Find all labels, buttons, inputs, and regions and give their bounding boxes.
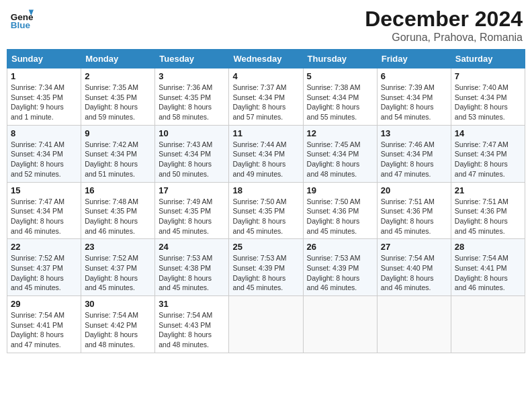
calendar-cell: 16Sunrise: 7:48 AMSunset: 4:35 PMDayligh…	[81, 182, 155, 239]
day-number: 20	[381, 185, 447, 195]
day-number: 1	[11, 71, 77, 81]
day-number: 3	[159, 71, 225, 81]
day-number: 18	[232, 185, 299, 195]
weekday-header-saturday: Saturday	[451, 50, 525, 68]
calendar-cell: 9Sunrise: 7:42 AMSunset: 4:34 PMDaylight…	[81, 125, 155, 182]
day-number: 24	[159, 242, 225, 252]
calendar-cell: 28Sunrise: 7:54 AMSunset: 4:41 PMDayligh…	[451, 239, 525, 296]
day-info: Sunrise: 7:53 AMSunset: 4:39 PMDaylight:…	[307, 253, 373, 293]
calendar-cell: 7Sunrise: 7:40 AMSunset: 4:34 PMDaylight…	[451, 68, 525, 126]
day-number: 14	[455, 128, 521, 138]
day-number: 26	[307, 242, 373, 252]
day-info: Sunrise: 7:45 AMSunset: 4:34 PMDaylight:…	[307, 140, 373, 179]
day-number: 27	[381, 242, 447, 252]
day-number: 2	[85, 71, 151, 81]
day-number: 4	[232, 71, 299, 81]
month-title: December 2024	[365, 7, 523, 32]
day-number: 12	[307, 128, 373, 138]
day-number: 7	[455, 71, 521, 81]
calendar-cell: 18Sunrise: 7:50 AMSunset: 4:35 PMDayligh…	[229, 182, 303, 239]
calendar-cell: 14Sunrise: 7:47 AMSunset: 4:34 PMDayligh…	[451, 125, 525, 182]
day-info: Sunrise: 7:51 AMSunset: 4:36 PMDaylight:…	[455, 197, 521, 236]
calendar-cell: 21Sunrise: 7:51 AMSunset: 4:36 PMDayligh…	[451, 182, 525, 239]
day-number: 9	[85, 128, 151, 138]
weekday-header-sunday: Sunday	[7, 50, 81, 68]
calendar-cell: 24Sunrise: 7:53 AMSunset: 4:38 PMDayligh…	[155, 239, 229, 296]
day-info: Sunrise: 7:36 AMSunset: 4:35 PMDaylight:…	[159, 83, 225, 122]
day-number: 11	[232, 128, 299, 138]
day-number: 8	[11, 128, 77, 138]
day-info: Sunrise: 7:54 AMSunset: 4:41 PMDaylight:…	[11, 310, 77, 350]
calendar-cell: 3Sunrise: 7:36 AMSunset: 4:35 PMDaylight…	[155, 68, 229, 126]
weekday-header-friday: Friday	[377, 50, 451, 68]
day-number: 6	[381, 71, 447, 81]
calendar-week-row: 22Sunrise: 7:52 AMSunset: 4:37 PMDayligh…	[7, 239, 525, 296]
calendar-cell: 20Sunrise: 7:51 AMSunset: 4:36 PMDayligh…	[377, 182, 451, 239]
day-number: 19	[307, 185, 373, 195]
header: General Blue December 2024 Goruna, Praho…	[7, 7, 525, 44]
day-info: Sunrise: 7:39 AMSunset: 4:34 PMDaylight:…	[381, 83, 447, 122]
calendar-cell: 2Sunrise: 7:35 AMSunset: 4:35 PMDaylight…	[81, 68, 155, 126]
calendar-table: SundayMondayTuesdayWednesdayThursdayFrid…	[7, 49, 525, 353]
day-info: Sunrise: 7:46 AMSunset: 4:34 PMDaylight:…	[381, 140, 447, 179]
weekday-header-wednesday: Wednesday	[229, 50, 303, 68]
calendar-cell: 13Sunrise: 7:46 AMSunset: 4:34 PMDayligh…	[377, 125, 451, 182]
day-info: Sunrise: 7:34 AMSunset: 4:35 PMDaylight:…	[11, 83, 77, 122]
calendar-cell: 26Sunrise: 7:53 AMSunset: 4:39 PMDayligh…	[303, 239, 377, 296]
calendar-cell: 17Sunrise: 7:49 AMSunset: 4:35 PMDayligh…	[155, 182, 229, 239]
calendar-cell: 30Sunrise: 7:54 AMSunset: 4:42 PMDayligh…	[81, 296, 155, 353]
calendar-cell	[377, 296, 451, 353]
day-info: Sunrise: 7:47 AMSunset: 4:34 PMDaylight:…	[11, 197, 77, 236]
day-info: Sunrise: 7:51 AMSunset: 4:36 PMDaylight:…	[381, 197, 447, 236]
day-info: Sunrise: 7:35 AMSunset: 4:35 PMDaylight:…	[85, 83, 151, 122]
calendar-cell: 31Sunrise: 7:54 AMSunset: 4:43 PMDayligh…	[155, 296, 229, 353]
day-info: Sunrise: 7:47 AMSunset: 4:34 PMDaylight:…	[455, 140, 521, 179]
day-info: Sunrise: 7:52 AMSunset: 4:37 PMDaylight:…	[85, 253, 151, 293]
day-info: Sunrise: 7:42 AMSunset: 4:34 PMDaylight:…	[85, 140, 151, 179]
day-number: 29	[11, 299, 77, 309]
calendar-cell: 11Sunrise: 7:44 AMSunset: 4:34 PMDayligh…	[229, 125, 303, 182]
calendar-cell: 27Sunrise: 7:54 AMSunset: 4:40 PMDayligh…	[377, 239, 451, 296]
day-info: Sunrise: 7:54 AMSunset: 4:41 PMDaylight:…	[455, 253, 521, 293]
calendar-cell: 23Sunrise: 7:52 AMSunset: 4:37 PMDayligh…	[81, 239, 155, 296]
calendar-cell: 29Sunrise: 7:54 AMSunset: 4:41 PMDayligh…	[7, 296, 81, 353]
weekday-header-monday: Monday	[81, 50, 155, 68]
day-number: 28	[455, 242, 521, 252]
day-number: 21	[455, 185, 521, 195]
day-number: 5	[307, 71, 373, 81]
calendar-cell	[303, 296, 377, 353]
calendar-cell: 4Sunrise: 7:37 AMSunset: 4:34 PMDaylight…	[229, 68, 303, 126]
day-number: 16	[85, 185, 151, 195]
title-area: December 2024 Goruna, Prahova, Romania	[365, 7, 523, 44]
day-info: Sunrise: 7:44 AMSunset: 4:34 PMDaylight:…	[232, 140, 299, 179]
day-info: Sunrise: 7:37 AMSunset: 4:34 PMDaylight:…	[232, 83, 299, 122]
day-info: Sunrise: 7:54 AMSunset: 4:40 PMDaylight:…	[381, 253, 447, 293]
logo-icon: General Blue	[9, 7, 34, 31]
calendar-week-row: 1Sunrise: 7:34 AMSunset: 4:35 PMDaylight…	[7, 68, 525, 126]
day-info: Sunrise: 7:54 AMSunset: 4:43 PMDaylight:…	[159, 310, 225, 350]
day-number: 13	[381, 128, 447, 138]
svg-text:Blue: Blue	[11, 20, 31, 30]
day-info: Sunrise: 7:54 AMSunset: 4:42 PMDaylight:…	[85, 310, 151, 350]
day-number: 31	[159, 299, 225, 309]
weekday-header-tuesday: Tuesday	[155, 50, 229, 68]
calendar-cell: 5Sunrise: 7:38 AMSunset: 4:34 PMDaylight…	[303, 68, 377, 126]
day-info: Sunrise: 7:50 AMSunset: 4:35 PMDaylight:…	[232, 197, 299, 236]
weekday-header-thursday: Thursday	[303, 50, 377, 68]
calendar-week-row: 29Sunrise: 7:54 AMSunset: 4:41 PMDayligh…	[7, 296, 525, 353]
calendar-week-row: 15Sunrise: 7:47 AMSunset: 4:34 PMDayligh…	[7, 182, 525, 239]
day-number: 22	[11, 242, 77, 252]
day-info: Sunrise: 7:41 AMSunset: 4:34 PMDaylight:…	[11, 140, 77, 179]
calendar-cell: 15Sunrise: 7:47 AMSunset: 4:34 PMDayligh…	[7, 182, 81, 239]
day-info: Sunrise: 7:40 AMSunset: 4:34 PMDaylight:…	[455, 83, 521, 122]
calendar-cell	[451, 296, 525, 353]
calendar-cell: 8Sunrise: 7:41 AMSunset: 4:34 PMDaylight…	[7, 125, 81, 182]
calendar-cell: 25Sunrise: 7:53 AMSunset: 4:39 PMDayligh…	[229, 239, 303, 296]
location-title: Goruna, Prahova, Romania	[365, 32, 523, 44]
day-info: Sunrise: 7:48 AMSunset: 4:35 PMDaylight:…	[85, 197, 151, 236]
day-number: 25	[232, 242, 299, 252]
day-info: Sunrise: 7:49 AMSunset: 4:35 PMDaylight:…	[159, 197, 225, 236]
calendar-cell: 19Sunrise: 7:50 AMSunset: 4:36 PMDayligh…	[303, 182, 377, 239]
day-info: Sunrise: 7:53 AMSunset: 4:38 PMDaylight:…	[159, 253, 225, 293]
weekday-header-row: SundayMondayTuesdayWednesdayThursdayFrid…	[7, 50, 525, 68]
